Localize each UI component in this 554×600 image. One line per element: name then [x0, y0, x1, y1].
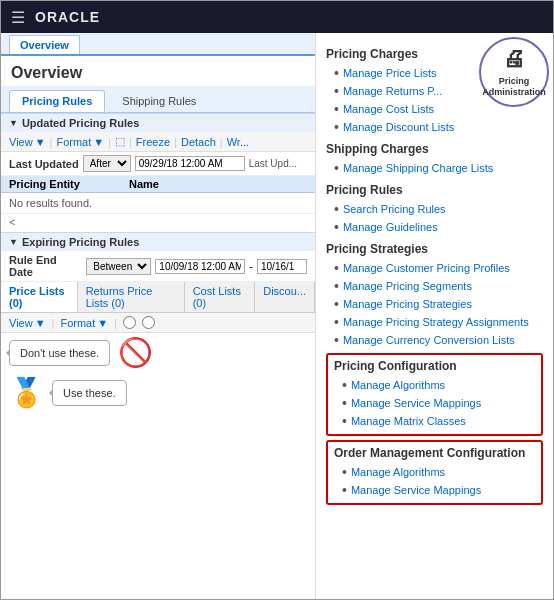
bullet8: • — [334, 260, 339, 276]
section-pricing-config: Pricing Configuration — [334, 359, 535, 373]
bullet10: • — [334, 296, 339, 312]
link-omc-manage-algorithms[interactable]: •Manage Algorithms — [334, 463, 535, 481]
dont-use-area: Don't use these. 🚫 — [1, 333, 315, 373]
page-title: Overview — [1, 56, 315, 86]
last-updated-date[interactable] — [135, 156, 245, 171]
view-btn[interactable]: View ▼ — [9, 136, 46, 148]
expiring-collapse-icon[interactable]: ▼ — [9, 237, 18, 247]
expiring-view-icon: ▼ — [35, 317, 46, 329]
view-label: View — [9, 136, 33, 148]
admin-badge[interactable]: 🖨 Pricing Administration — [479, 37, 549, 107]
bullet11: • — [334, 314, 339, 330]
radio-btn-1[interactable] — [123, 316, 136, 329]
link-currency-conversion[interactable]: •Manage Currency Conversion Lists — [326, 331, 543, 349]
view-dropdown-icon[interactable]: ▼ — [35, 136, 46, 148]
bullet7: • — [334, 219, 339, 235]
section-shipping-charges: Shipping Charges — [326, 142, 543, 156]
sep1: | — [50, 136, 53, 148]
expiring-view-label: View — [9, 317, 33, 329]
expiring-date2[interactable] — [257, 259, 307, 274]
use-these-area: 🏅 Use these. — [1, 373, 315, 413]
sep5: | — [220, 136, 223, 148]
format-btn[interactable]: Format ▼ — [56, 136, 104, 148]
left-panel: Overview Overview Pricing Rules Shipping… — [1, 33, 316, 599]
link-pc-manage-service-mappings[interactable]: •Manage Service Mappings — [334, 394, 535, 412]
scroll-left[interactable]: < — [1, 214, 315, 230]
toolbar-icon1[interactable]: ⬚ — [115, 135, 125, 148]
link-manage-pricing-strategies[interactable]: •Manage Pricing Strategies — [326, 295, 543, 313]
link-manage-discount-lists[interactable]: •Manage Discount Lists — [326, 118, 543, 136]
sep4: | — [174, 136, 177, 148]
col-pricing-entity: Pricing Entity — [9, 178, 129, 190]
subtab-discounts[interactable]: Discou... — [255, 282, 315, 312]
link-manage-pricing-segments[interactable]: •Manage Pricing Segments — [326, 277, 543, 295]
link-pricing-strategy-assignments[interactable]: •Manage Pricing Strategy Assignments — [326, 313, 543, 331]
bullet17: • — [342, 482, 347, 498]
collapse-triangle-icon[interactable]: ▼ — [9, 118, 18, 128]
use-these-text: Use these. — [63, 387, 116, 399]
bullet12: • — [334, 332, 339, 348]
link-search-pricing-rules[interactable]: •Search Pricing Rules — [326, 200, 543, 218]
link-pc-manage-algorithms[interactable]: •Manage Algorithms — [334, 376, 535, 394]
rule-end-date-label: Rule End Date — [9, 254, 82, 278]
updated-toolbar: View ▼ | Format ▼ | ⬚ | Freeze | Detach … — [1, 132, 315, 152]
sep3: | — [129, 136, 132, 148]
bullet15: • — [342, 413, 347, 429]
bullet13: • — [342, 377, 347, 393]
link-pc-manage-matrix-classes[interactable]: •Manage Matrix Classes — [334, 412, 535, 430]
bullet16: • — [342, 464, 347, 480]
hamburger-icon[interactable]: ☰ — [11, 8, 25, 27]
pricing-tab-bar: Pricing Rules Shipping Rules — [1, 86, 315, 113]
expiring-view-btn[interactable]: View ▼ — [9, 317, 46, 329]
tab-pricing-rules[interactable]: Pricing Rules — [9, 90, 105, 112]
expiring-filter-row: Rule End Date Between - — [1, 251, 315, 282]
overview-tab-bar: Overview — [1, 33, 315, 56]
pricing-configuration-box: Pricing Configuration •Manage Algorithms… — [326, 353, 543, 436]
admin-badge-line2: Administration — [482, 87, 546, 99]
expiring-format-label: Format — [60, 317, 95, 329]
section-order-mgmt-config: Order Management Configuration — [334, 446, 535, 460]
bullet9: • — [334, 278, 339, 294]
link-manage-guidelines[interactable]: •Manage Guidelines — [326, 218, 543, 236]
link-omc-manage-service-mappings[interactable]: •Manage Service Mappings — [334, 481, 535, 499]
freeze-btn[interactable]: Freeze — [136, 136, 170, 148]
bullet3: • — [334, 101, 339, 117]
wrap-btn[interactable]: Wr... — [227, 136, 249, 148]
subtab-price-lists[interactable]: Price Lists (0) — [1, 282, 78, 312]
last-updated-label: Last Updated — [9, 158, 79, 170]
link-manage-shipping[interactable]: •Manage Shipping Charge Lists — [326, 159, 543, 177]
dont-use-callout: Don't use these. — [9, 340, 110, 366]
use-these-callout: Use these. — [52, 380, 127, 406]
bullet6: • — [334, 201, 339, 217]
updated-section-title: Updated Pricing Rules — [22, 117, 139, 129]
header: ☰ ORACLE — [1, 1, 553, 33]
dont-use-text: Don't use these. — [20, 347, 99, 359]
expiring-format-btn[interactable]: Format ▼ — [60, 317, 108, 329]
bullet2: • — [334, 83, 339, 99]
updated-filter-row: Last Updated After Last Upd... — [1, 152, 315, 176]
bullet14: • — [342, 395, 347, 411]
tab-overview[interactable]: Overview — [9, 35, 80, 54]
expiring-sub-tab-bar: Price Lists (0) Returns Price Lists (0) … — [1, 282, 315, 313]
subtab-returns[interactable]: Returns Price Lists (0) — [78, 282, 185, 312]
sep2: | — [108, 136, 111, 148]
date-dash: - — [249, 260, 253, 272]
detach-btn[interactable]: Detach — [181, 136, 216, 148]
subtab-cost-lists[interactable]: Cost Lists (0) — [185, 282, 256, 312]
tab-shipping-rules[interactable]: Shipping Rules — [109, 90, 209, 112]
no-results: No results found. — [1, 193, 315, 214]
expiring-section: ▼ Expiring Pricing Rules Rule End Date B… — [1, 232, 315, 333]
expiring-section-title: Expiring Pricing Rules — [22, 236, 139, 248]
oracle-logo: ORACLE — [35, 9, 100, 25]
format-dropdown-icon[interactable]: ▼ — [93, 136, 104, 148]
no-sign-icon: 🚫 — [118, 339, 153, 367]
expiring-date1[interactable] — [155, 259, 245, 274]
last-updated-condition[interactable]: After — [83, 155, 131, 172]
sep7: | — [114, 317, 117, 329]
section-pricing-strategies: Pricing Strategies — [326, 242, 543, 256]
updated-table-header: Pricing Entity Name — [1, 176, 315, 193]
link-customer-pricing-profiles[interactable]: •Manage Customer Pricing Profiles — [326, 259, 543, 277]
radio-btn-2[interactable] — [142, 316, 155, 329]
expiring-condition[interactable]: Between — [86, 258, 151, 275]
expiring-pricing-rules-header: ▼ Expiring Pricing Rules — [1, 232, 315, 251]
